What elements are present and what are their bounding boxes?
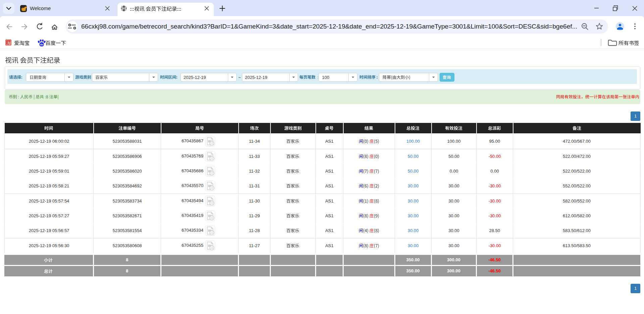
svg-text:du: du xyxy=(40,43,44,46)
